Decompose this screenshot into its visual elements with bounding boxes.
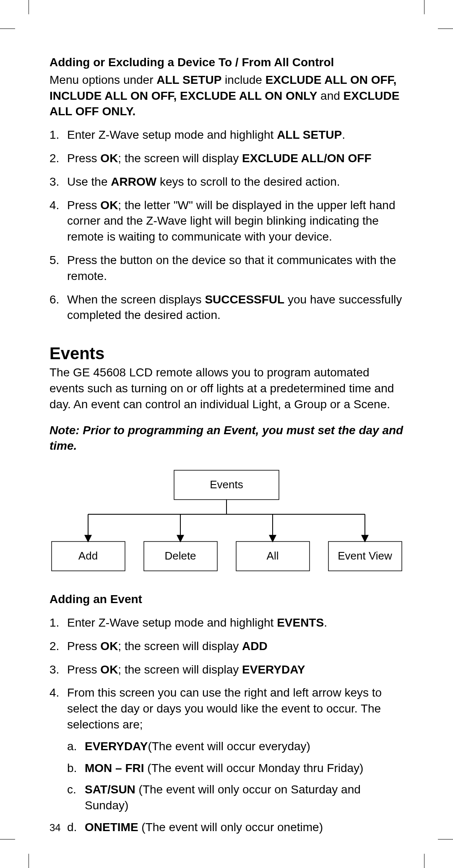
list-letter: c.	[67, 782, 85, 814]
text-bold: OK	[100, 640, 118, 653]
crop-mark	[0, 839, 15, 839]
list-item-body: ONETIME (The event will only occur oneti…	[85, 819, 323, 835]
text-bold: OK	[100, 199, 118, 212]
events-note: Note: Prior to programming an Event, you…	[49, 422, 404, 454]
diagram-root-label: Events	[210, 478, 243, 491]
list-item-body: From this screen you can use the right a…	[67, 685, 404, 841]
text: .	[324, 616, 327, 629]
list-number: 2.	[49, 638, 67, 654]
list-item-body: Use the ARROW keys to scroll to the desi…	[67, 174, 404, 190]
sub-list: a. EVERYDAY(The event will occur everyda…	[67, 738, 404, 835]
list-item: 2. Press OK; the screen will display EXC…	[49, 150, 404, 166]
page-number: 34	[49, 822, 61, 834]
list-item: d. ONETIME (The event will only occur on…	[67, 819, 404, 835]
instruction-list: 1. Enter Z-Wave setup mode and highlight…	[49, 615, 404, 841]
crop-mark	[29, 854, 29, 868]
text: .	[342, 128, 345, 141]
text: ; the screen will display	[118, 640, 242, 653]
text: From this screen you can use the right a…	[67, 686, 382, 731]
list-item-body: Press the button on the device so that i…	[67, 252, 404, 284]
text: Enter Z-Wave setup mode and highlight	[67, 616, 277, 629]
heading-adding-excluding-device: Adding or Excluding a Device To / From A…	[49, 54, 404, 70]
list-number: 6.	[49, 292, 67, 324]
crop-mark	[0, 29, 15, 29]
text-bold: ALL SETUP	[156, 73, 221, 86]
list-item: c. SAT/SUN (The event will only occur on…	[67, 782, 404, 814]
list-item-body: SAT/SUN (The event will only occur on Sa…	[85, 782, 404, 814]
diagram-child-label: All	[267, 549, 279, 562]
list-letter: b.	[67, 760, 85, 776]
list-item: 3. Use the ARROW keys to scroll to the d…	[49, 174, 404, 190]
list-number: 1.	[49, 127, 67, 143]
list-number: 3.	[49, 662, 67, 678]
text-bold: MON – FRI	[85, 762, 144, 775]
text: Menu options under	[49, 73, 156, 86]
text: When the screen displays	[67, 293, 205, 306]
text: include	[221, 73, 265, 86]
text-bold: EVERYDAY	[85, 740, 148, 753]
text: (The event will only occur onetime)	[138, 821, 323, 834]
text-bold: OK	[100, 152, 118, 165]
list-number: 2.	[49, 150, 67, 166]
list-item-body: Press OK; the screen will display ADD	[67, 638, 404, 654]
instruction-list: 1. Enter Z-Wave setup mode and highlight…	[49, 127, 404, 323]
text: ; the screen will display	[118, 152, 242, 165]
list-number: 3.	[49, 174, 67, 190]
text-bold: ARROW	[111, 175, 156, 188]
text: Use the	[67, 175, 111, 188]
list-letter: d.	[67, 819, 85, 835]
text-bold: SUCCESSFUL	[205, 293, 284, 306]
list-item: 4. From this screen you can use the righ…	[49, 685, 404, 841]
text: ; the screen will display	[118, 663, 242, 676]
list-number: 1.	[49, 615, 67, 631]
list-letter: a.	[67, 738, 85, 754]
list-item: 3. Press OK; the screen will display EVE…	[49, 662, 404, 678]
text: keys to scroll to the desired action.	[156, 175, 340, 188]
crop-mark	[424, 854, 424, 868]
crop-mark	[424, 0, 424, 14]
text-bold: ALL SETUP	[277, 128, 342, 141]
text-bold: OK	[100, 663, 118, 676]
list-number: 5.	[49, 252, 67, 284]
list-item: 5. Press the button on the device so tha…	[49, 252, 404, 284]
list-item-body: When the screen displays SUCCESSFUL you …	[67, 292, 404, 324]
text: Press	[67, 663, 100, 676]
text-bold: EVERYDAY	[242, 663, 305, 676]
text-bold: ONETIME	[85, 821, 138, 834]
crop-mark	[438, 839, 453, 839]
text: Press	[67, 199, 100, 212]
list-item-body: MON – FRI (The event will occur Monday t…	[85, 760, 363, 776]
text: Enter Z-Wave setup mode and highlight	[67, 128, 277, 141]
manual-page: Adding or Excluding a Device To / From A…	[0, 0, 453, 868]
list-item: 1. Enter Z-Wave setup mode and highlight…	[49, 127, 404, 143]
list-item: b. MON – FRI (The event will occur Monda…	[67, 760, 404, 776]
text: Press	[67, 640, 100, 653]
intro-paragraph: Menu options under ALL SETUP include EXC…	[49, 72, 404, 119]
list-item: 6. When the screen displays SUCCESSFUL y…	[49, 292, 404, 324]
list-item: 4. Press OK; the letter "W" will be disp…	[49, 197, 404, 245]
text-bold: ADD	[242, 640, 268, 653]
text: (The event will occur Monday thru Friday…	[144, 762, 364, 775]
events-hierarchy-diagram: Events Add Delete All Event View	[49, 468, 404, 577]
text: and	[317, 89, 343, 102]
heading-events: Events	[49, 344, 404, 363]
list-item-body: Enter Z-Wave setup mode and highlight AL…	[67, 127, 404, 143]
list-item: a. EVERYDAY(The event will occur everyda…	[67, 738, 404, 754]
list-item-body: Press OK; the screen will display EXCLUD…	[67, 150, 404, 166]
page-content: Adding or Excluding a Device To / From A…	[49, 54, 404, 849]
list-number: 4.	[49, 197, 67, 245]
list-item: 1. Enter Z-Wave setup mode and highlight…	[49, 615, 404, 631]
text: Press	[67, 152, 100, 165]
text: (The event will occur everyday)	[148, 740, 310, 753]
diagram-child-label: Delete	[164, 549, 196, 562]
list-item-body: EVERYDAY(The event will occur everyday)	[85, 738, 310, 754]
crop-mark	[438, 29, 453, 29]
list-item-body: Press OK; the letter "W" will be display…	[67, 197, 404, 245]
diagram-child-label: Add	[78, 549, 98, 562]
text-bold: EVENTS	[277, 616, 324, 629]
crop-mark	[29, 0, 29, 14]
heading-adding-event: Adding an Event	[49, 591, 404, 607]
diagram-child-label: Event View	[338, 549, 392, 562]
list-item-body: Press OK; the screen will display EVERYD…	[67, 662, 404, 678]
list-item-body: Enter Z-Wave setup mode and highlight EV…	[67, 615, 404, 631]
